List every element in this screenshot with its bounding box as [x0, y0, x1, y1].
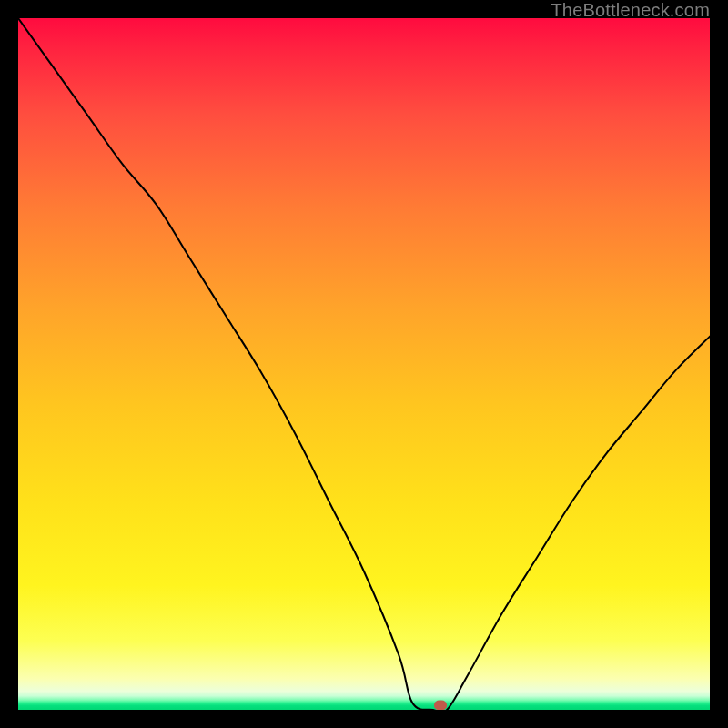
- bottleneck-curve: [18, 18, 710, 710]
- outer-frame: TheBottleneck.com: [0, 0, 728, 728]
- optimal-point-marker: [434, 701, 447, 711]
- watermark-text: TheBottleneck.com: [551, 0, 710, 21]
- plot-area: [18, 18, 710, 710]
